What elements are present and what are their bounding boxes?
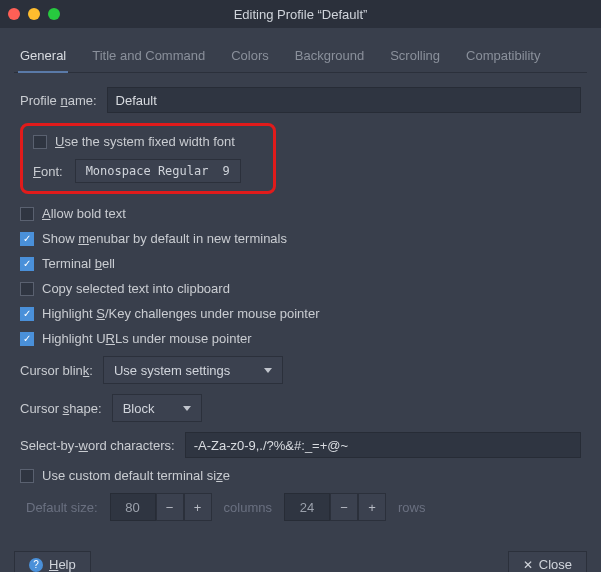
rows-input <box>284 493 330 521</box>
highlight-urls-label: Highlight URLs under mouse pointer <box>42 331 252 346</box>
cursor-blink-dropdown[interactable]: Use system settings <box>103 356 283 384</box>
columns-minus-button: − <box>156 493 184 521</box>
rows-stepper: − + <box>284 493 386 521</box>
cursor-blink-label: Cursor blink: <box>20 363 93 378</box>
cursor-blink-value: Use system settings <box>114 363 230 378</box>
cursor-shape-label: Cursor shape: <box>20 401 102 416</box>
window-title: Editing Profile “Default” <box>0 7 601 22</box>
titlebar: Editing Profile “Default” <box>0 0 601 28</box>
help-icon: ? <box>29 558 43 572</box>
rows-label: rows <box>398 500 425 515</box>
tab-colors[interactable]: Colors <box>229 42 271 72</box>
custom-size-checkbox[interactable] <box>20 469 34 483</box>
help-button-label: Help <box>49 557 76 572</box>
select-word-input[interactable] <box>185 432 581 458</box>
highlight-skey-label: Highlight S/Key challenges under mouse p… <box>42 306 320 321</box>
font-label: Font: <box>33 164 63 179</box>
copy-clipboard-label: Copy selected text into clipboard <box>42 281 230 296</box>
help-button[interactable]: ? Help <box>14 551 91 572</box>
default-size-label: Default size: <box>26 500 98 515</box>
font-size: 9 <box>222 164 229 178</box>
rows-plus-button: + <box>358 493 386 521</box>
terminal-bell-checkbox[interactable] <box>20 257 34 271</box>
chevron-down-icon <box>183 406 191 411</box>
terminal-bell-label: Terminal bell <box>42 256 115 271</box>
font-settings-highlight: Use the system fixed width font Font: Mo… <box>20 123 276 194</box>
rows-minus-button: − <box>330 493 358 521</box>
use-system-font-checkbox[interactable] <box>33 135 47 149</box>
columns-label: columns <box>224 500 272 515</box>
font-chooser-button[interactable]: Monospace Regular 9 <box>75 159 241 183</box>
cursor-shape-value: Block <box>123 401 155 416</box>
show-menubar-label: Show menubar by default in new terminals <box>42 231 287 246</box>
highlight-urls-checkbox[interactable] <box>20 332 34 346</box>
tab-bar: General Title and Command Colors Backgro… <box>14 42 587 73</box>
columns-stepper: − + <box>110 493 212 521</box>
tab-background[interactable]: Background <box>293 42 366 72</box>
columns-plus-button: + <box>184 493 212 521</box>
tab-compatibility[interactable]: Compatibility <box>464 42 542 72</box>
cursor-shape-dropdown[interactable]: Block <box>112 394 202 422</box>
columns-input <box>110 493 156 521</box>
allow-bold-label: Allow bold text <box>42 206 126 221</box>
close-icon: ✕ <box>523 558 533 572</box>
font-name: Monospace Regular <box>86 164 209 178</box>
tab-scrolling[interactable]: Scrolling <box>388 42 442 72</box>
highlight-skey-checkbox[interactable] <box>20 307 34 321</box>
custom-size-label: Use custom default terminal size <box>42 468 230 483</box>
profile-name-label: Profile name: <box>20 93 97 108</box>
chevron-down-icon <box>264 368 272 373</box>
profile-name-input[interactable] <box>107 87 581 113</box>
tab-general[interactable]: General <box>18 42 68 73</box>
copy-clipboard-checkbox[interactable] <box>20 282 34 296</box>
close-button-label: Close <box>539 557 572 572</box>
use-system-font-label: Use the system fixed width font <box>55 134 235 149</box>
close-button[interactable]: ✕ Close <box>508 551 587 572</box>
show-menubar-checkbox[interactable] <box>20 232 34 246</box>
tab-title-and-command[interactable]: Title and Command <box>90 42 207 72</box>
select-word-label: Select-by-word characters: <box>20 438 175 453</box>
allow-bold-checkbox[interactable] <box>20 207 34 221</box>
